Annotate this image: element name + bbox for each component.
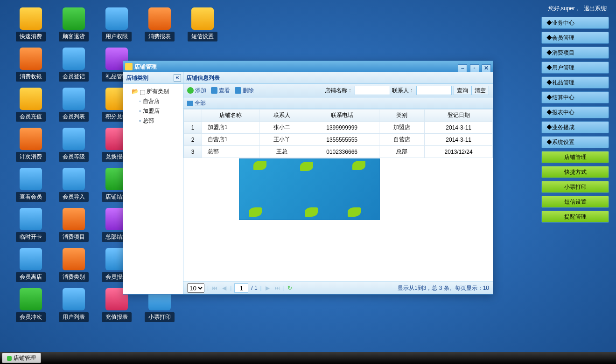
taskbar-item-label: 店铺管理 (14, 355, 36, 361)
desktop-icon[interactable]: 消费收银 (12, 48, 49, 84)
cell-name: 加盟店1 (202, 122, 259, 134)
desktop-icon-label: 会员充值 (16, 112, 46, 122)
cell-type: 加盟店 (379, 122, 425, 134)
grid-col-header[interactable]: 店铺名称 (202, 110, 259, 122)
desktop-icon[interactable]: 会员列表 (55, 88, 92, 124)
logout-link[interactable]: 退出系统! (584, 5, 608, 12)
desktop-icon[interactable]: 会员等级 (55, 128, 92, 164)
desktop-icon[interactable]: 快速消费 (12, 7, 49, 44)
cell-name: 总部 (202, 146, 259, 158)
desktop-icon[interactable]: 计次消费 (12, 128, 49, 164)
desktop-icon-label: 消费项目 (59, 232, 89, 242)
window-title: 店铺管理 (134, 63, 157, 70)
desktop-icon[interactable]: 用户列表 (55, 288, 92, 324)
collapse-left-icon[interactable]: « (174, 74, 181, 82)
desktop-icon-label: 消费类别 (59, 272, 89, 282)
rmenu-item[interactable]: ◆结算中心 (541, 91, 609, 103)
desktop-icon[interactable]: 消费项目 (55, 208, 92, 244)
table-row[interactable]: 3总部王总0102336666总部2013/12/24 (184, 146, 493, 158)
desktop-icon[interactable]: 查看会员 (12, 168, 49, 204)
prev-page-button[interactable]: ◀ (221, 282, 227, 294)
store-name-input[interactable] (355, 86, 390, 95)
minimize-button[interactable]: – (458, 64, 467, 73)
rmenu-item[interactable]: 短信设置 (541, 196, 609, 208)
close-button[interactable]: ✕ (482, 64, 491, 73)
taskbar-item[interactable]: 店铺管理 (2, 353, 41, 363)
rmenu-item[interactable]: ◆用户管理 (541, 62, 609, 74)
tree-node[interactable]: 总部 (125, 116, 181, 126)
desktop-icon[interactable]: 会员离店 (12, 248, 49, 284)
rmenu-item[interactable]: ◆消费项目 (541, 47, 609, 59)
tree-root[interactable]: -所有类别 (125, 87, 181, 96)
page-input[interactable] (234, 283, 248, 293)
grid-col-header[interactable]: 联系人 (259, 110, 305, 122)
app-icon (63, 48, 85, 70)
cell-contact: 张小二 (259, 122, 305, 134)
clear-button[interactable]: 清空 (471, 86, 489, 95)
delete-icon (235, 87, 241, 94)
grid-icon (187, 101, 193, 106)
rmenu-item[interactable]: 快捷方式 (541, 166, 609, 178)
desktop-icon-label: 临时开卡 (16, 232, 46, 242)
taskbar-item-icon (7, 356, 12, 361)
window-titlebar[interactable]: 店铺管理 – ▫ ✕ (123, 61, 493, 72)
window-icon (125, 63, 133, 70)
rmenu-item[interactable]: ◆业务提成 (541, 121, 609, 133)
tree-node[interactable]: 自营店 (125, 96, 181, 106)
desktop-icon[interactable]: 会员冲次 (12, 288, 49, 324)
view-button[interactable]: 查看 (211, 84, 230, 97)
desktop-icon[interactable]: 短信设置 (184, 7, 221, 44)
rmenu-item[interactable]: ◆业务中心 (541, 17, 609, 29)
desktop-icon-label: 会员登记 (59, 72, 89, 82)
desktop-icon-label: 用户列表 (59, 312, 89, 322)
app-icon (63, 7, 85, 30)
rmenu-item[interactable]: ◆报表中心 (541, 106, 609, 118)
grid-col-header[interactable]: 联系电话 (305, 110, 379, 122)
desktop-icon[interactable]: 用户权限 (98, 7, 135, 44)
pager-info: 显示从1到3，总 3 条。每页显示：10 (398, 282, 489, 294)
maximize-button[interactable]: ▫ (470, 64, 479, 73)
grid-col-header[interactable]: 类别 (379, 110, 425, 122)
rmenu-item[interactable]: ◆礼品管理 (541, 76, 609, 89)
desktop-icon[interactable]: 消费类别 (55, 248, 92, 284)
desktop-icon-label: 快速消费 (16, 32, 46, 41)
tree-root-label: 所有类别 (147, 88, 169, 95)
pager: 10 | ⏮ ◀ | / 1 | ▶ ⏭ | ↻ 显示从1到3，总 3 条。每页… (183, 282, 493, 294)
rmenu-item[interactable]: ◆系统设置 (541, 136, 609, 148)
contact-label: 联系人： (392, 84, 414, 97)
add-button[interactable]: 添加 (187, 84, 206, 97)
cell-type: 自营店 (379, 134, 425, 146)
page-size-select[interactable]: 10 (187, 283, 204, 293)
page-total: / 1 (251, 282, 257, 294)
cell-phone: 0102336666 (305, 146, 379, 158)
right-pane-header: 店铺信息列表 (183, 72, 493, 84)
refresh-button[interactable]: ↻ (287, 282, 292, 294)
grid-col-header[interactable]: 登记日期 (425, 110, 493, 122)
desktop-icon[interactable]: 会员导入 (55, 168, 92, 204)
desktop-icon[interactable]: 会员登记 (55, 48, 92, 84)
contact-input[interactable] (416, 86, 452, 95)
desktop-icon[interactable]: 消费报表 (141, 7, 178, 44)
desktop-icon-label: 小票打印 (145, 312, 175, 322)
last-page-button[interactable]: ⏭ (274, 282, 280, 294)
row-number: 3 (184, 146, 202, 158)
left-pane-header: 店铺类别 « (123, 72, 183, 84)
category-tree: -所有类别 自营店加盟店总部 (123, 84, 183, 294)
delete-button[interactable]: 删除 (235, 84, 254, 97)
rmenu-item[interactable]: 店铺管理 (541, 151, 609, 163)
table-row[interactable]: 2自营店1王小丫1355555555自营店2014-3-11 (184, 134, 493, 146)
app-icon (20, 208, 42, 230)
rmenu-item[interactable]: 小票打印 (541, 181, 609, 193)
first-page-button[interactable]: ⏮ (211, 282, 218, 294)
search-button[interactable]: 查询 (454, 86, 471, 95)
tree-node[interactable]: 加盟店 (125, 106, 181, 116)
desktop-icon[interactable]: 临时开卡 (12, 208, 49, 244)
rmenu-item[interactable]: 提醒管理 (541, 211, 609, 223)
rmenu-item[interactable]: ◆会员管理 (541, 32, 609, 44)
right-menu: ◆业务中心◆会员管理◆消费项目◆用户管理◆礼品管理◆结算中心◆报表中心◆业务提成… (541, 14, 609, 226)
desktop-icon[interactable]: 会员充值 (12, 88, 49, 124)
next-page-button[interactable]: ▶ (265, 282, 271, 294)
desktop-icon[interactable]: 顾客退货 (55, 7, 92, 44)
table-row[interactable]: 1加盟店1张小二1399999999加盟店2014-3-11 (184, 122, 493, 134)
toolbar: 添加 查看 删除 店铺名称： 联系人： 查询 清空 (183, 84, 493, 97)
